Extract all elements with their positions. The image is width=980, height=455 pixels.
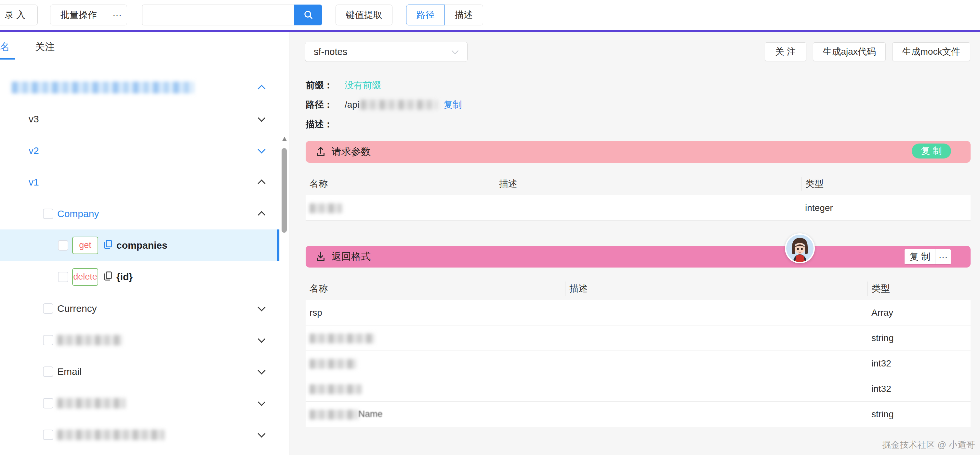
watermark: 掘金技术社区 @ 小遁哥	[883, 439, 975, 451]
search-input[interactable]	[142, 5, 294, 26]
name-redacted	[310, 385, 361, 394]
path-label: 路径：	[305, 99, 345, 111]
tree-row-v1[interactable]: v1	[0, 166, 280, 198]
copy-response-button[interactable]: 复 制	[905, 249, 935, 264]
generate-ajax-button[interactable]: 生成ajax代码	[813, 42, 886, 61]
table-row: int32	[305, 376, 970, 402]
chevron-up-icon[interactable]	[258, 179, 265, 187]
tree-row-Company[interactable]: Company	[0, 198, 280, 230]
type-cell: Array	[867, 308, 970, 318]
main-panel: sf-notes 关 注生成ajax代码生成mock文件 前缀： 没有前缀 路径…	[290, 32, 980, 455]
type-cell: string	[867, 409, 970, 420]
name-cell	[305, 383, 565, 394]
api-label: companies	[116, 240, 167, 251]
tree-checkbox[interactable]	[43, 335, 53, 345]
top-toolbar: 录 入 批量操作 ··· 键值提取 路径描述	[0, 0, 980, 30]
prefix-value[interactable]: 没有前缀	[345, 79, 381, 91]
tree-row-companies[interactable]: getcompanies	[0, 230, 280, 261]
chevron-up-icon[interactable]	[258, 85, 265, 93]
tree-row-redacted[interactable]	[0, 324, 280, 356]
table-row: string	[305, 326, 970, 351]
response-copy-group: 复 制 ···	[905, 249, 951, 264]
service-select-value: sf-notes	[314, 46, 347, 57]
tab-domain[interactable]: 域名	[0, 40, 10, 54]
tree-row-redacted[interactable]	[0, 72, 280, 103]
sidebar-tabbar: 域名 关注	[0, 32, 289, 60]
tree-row-redacted[interactable]	[0, 387, 280, 419]
generate-mock-button[interactable]: 生成mock文件	[892, 42, 970, 61]
tree-row-v2[interactable]: v2	[0, 135, 280, 166]
tree-checkbox[interactable]	[43, 398, 53, 409]
group-label: v3	[29, 113, 39, 125]
copy-request-button[interactable]: 复 制	[912, 144, 951, 158]
tree-checkbox[interactable]	[43, 303, 53, 314]
tree-row-v3[interactable]: v3	[0, 103, 280, 135]
tree-checkbox[interactable]	[43, 429, 53, 440]
search-icon	[303, 9, 314, 21]
sidebar-scrollbar-thumb[interactable]	[282, 148, 287, 233]
path-value: /api	[345, 100, 359, 110]
selected-row-indicator	[277, 230, 279, 261]
name-cell: Name	[305, 409, 565, 420]
chevron-down-icon	[452, 47, 458, 54]
follow-button[interactable]: 关 注	[765, 42, 807, 61]
type-cell: string	[867, 333, 970, 343]
batch-operations-button[interactable]: 批量操作	[50, 5, 107, 26]
chevron-up-icon[interactable]	[258, 211, 265, 219]
key-value-extract-button[interactable]: 键值提取	[336, 5, 393, 26]
type-cell: int32	[867, 384, 970, 394]
chevron-down-icon[interactable]	[258, 114, 265, 122]
tree-row-Email[interactable]: Email	[0, 356, 280, 387]
scrollbar-up-arrow[interactable]	[282, 137, 287, 141]
copy-path-link[interactable]: 复制	[444, 99, 462, 111]
column-header: 描述	[565, 281, 867, 296]
description-row: 描述：	[305, 118, 345, 130]
name-redacted	[310, 334, 375, 343]
name-cell	[305, 358, 565, 369]
tree-checkbox[interactable]	[43, 366, 53, 377]
chevron-down-icon[interactable]	[258, 335, 265, 343]
path-row: 路径： /api 复制	[305, 99, 462, 111]
response-format-title: 返回格式	[332, 250, 371, 263]
chevron-down-icon[interactable]	[258, 366, 265, 374]
type-cell: integer	[801, 203, 970, 213]
user-avatar[interactable]	[785, 233, 815, 263]
service-select[interactable]: sf-notes	[305, 42, 468, 62]
chevron-down-icon[interactable]	[258, 145, 265, 153]
folder-label: Currency	[57, 303, 97, 314]
chevron-down-icon[interactable]	[258, 303, 265, 311]
response-format-bar: 返回格式	[305, 246, 970, 268]
copy-doc-icon	[103, 239, 113, 252]
folder-label-redacted	[57, 429, 164, 440]
search-button[interactable]	[294, 5, 322, 26]
name-redacted	[310, 203, 342, 213]
table-row: integer	[305, 195, 970, 221]
folder-label-redacted	[57, 335, 122, 345]
tree-row-{id}[interactable]: delete{id}	[0, 261, 280, 292]
table-row: Namestring	[305, 402, 970, 427]
entry-button[interactable]: 录 入	[0, 5, 38, 26]
tab-follow[interactable]: 关注	[35, 40, 55, 54]
table-row: int32	[305, 351, 970, 376]
tree-row-Currency[interactable]: Currency	[0, 292, 280, 324]
path-desc-toggle: 路径描述	[406, 5, 483, 26]
type-cell: int32	[867, 358, 970, 369]
tree-checkbox[interactable]	[43, 209, 53, 219]
name-cell	[305, 203, 495, 213]
tree-checkbox[interactable]	[58, 272, 68, 282]
table-header: 名称描述类型	[305, 172, 970, 195]
batch-operations-group: 批量操作 ···	[50, 5, 127, 26]
group-label: v2	[29, 145, 39, 156]
more-actions-button[interactable]: ···	[107, 5, 127, 26]
tree-checkbox[interactable]	[58, 240, 68, 251]
chevron-down-icon[interactable]	[258, 429, 265, 437]
name-redacted	[310, 410, 358, 420]
tree-row-redacted[interactable]	[0, 419, 280, 450]
response-more-button[interactable]: ···	[935, 249, 951, 264]
toggle-desc-button[interactable]: 描述	[444, 5, 483, 26]
group-label: v1	[29, 177, 39, 188]
upload-icon	[315, 145, 326, 158]
chevron-down-icon[interactable]	[258, 398, 265, 406]
toggle-path-button[interactable]: 路径	[406, 5, 445, 26]
request-params-bar: 请求参数	[305, 141, 970, 163]
